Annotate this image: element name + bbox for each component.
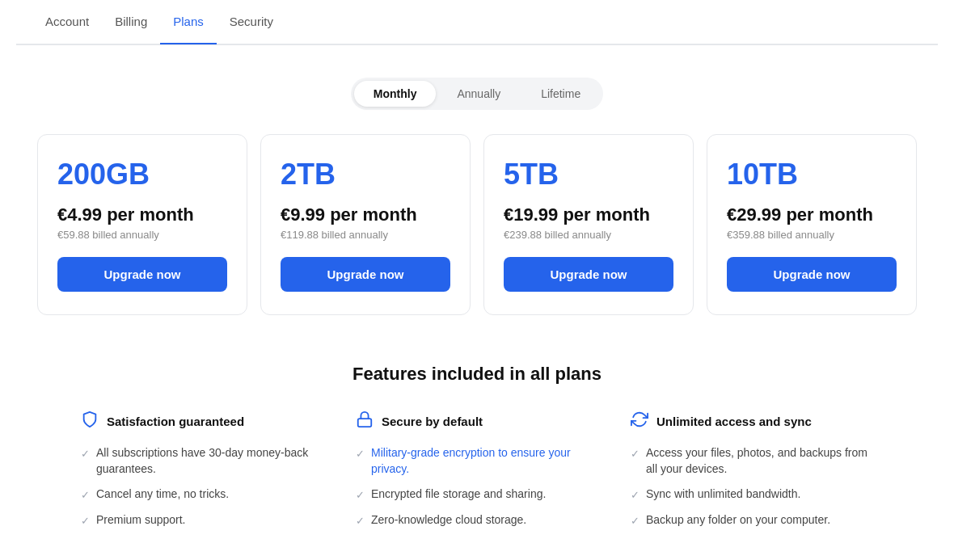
plan-2tb-size: 2TB — [281, 158, 450, 192]
feature-item: ✓ Backup any folder on your computer. — [631, 512, 873, 528]
plan-10tb-upgrade-btn[interactable]: Upgrade now — [727, 257, 897, 292]
feature-col-security: Secure by default ✓ Military-grade encry… — [356, 411, 598, 539]
sync-icon — [631, 411, 648, 432]
nav-plans[interactable]: Plans — [160, 0, 217, 44]
feature-security-header: Secure by default — [356, 411, 598, 432]
plan-200gb-price: €4.99 per month — [57, 204, 227, 225]
lock-icon — [356, 411, 374, 432]
plan-5tb: 5TB €19.99 per month €239.88 billed annu… — [483, 134, 694, 315]
feature-sync-list: ✓ Access your files, photos, and backups… — [631, 445, 873, 529]
feature-col-satisfaction: Satisfaction guaranteed ✓ All subscripti… — [81, 411, 323, 539]
plan-200gb-upgrade-btn[interactable]: Upgrade now — [57, 257, 227, 292]
feature-security-list: ✓ Military-grade encryption to ensure yo… — [356, 445, 598, 529]
check-icon: ✓ — [631, 488, 640, 503]
feature-item: ✓ Military-grade encryption to ensure yo… — [356, 445, 598, 477]
feature-security-title: Secure by default — [382, 415, 483, 428]
feature-satisfaction-title: Satisfaction guaranteed — [107, 415, 244, 428]
features-grid: Satisfaction guaranteed ✓ All subscripti… — [81, 411, 873, 539]
nav-account[interactable]: Account — [32, 0, 102, 44]
check-icon: ✓ — [631, 447, 640, 461]
svg-rect-0 — [358, 419, 372, 427]
feature-sync-title: Unlimited access and sync — [656, 415, 812, 428]
plan-2tb-price: €9.99 per month — [281, 204, 450, 225]
nav-billing[interactable]: Billing — [102, 0, 160, 44]
toggle-monthly[interactable]: Monthly — [354, 81, 437, 107]
plan-2tb: 2TB €9.99 per month €119.88 billed annua… — [260, 134, 471, 315]
nav-security[interactable]: Security — [217, 0, 286, 44]
check-icon: ✓ — [356, 514, 365, 528]
check-icon: ✓ — [81, 488, 90, 503]
shield-icon — [81, 411, 99, 432]
feature-col-sync: Unlimited access and sync ✓ Access your … — [631, 411, 873, 539]
plan-5tb-annual: €239.88 billed annually — [504, 229, 673, 241]
feature-item: ✓ Sync with unlimited bandwidth. — [631, 486, 873, 503]
plan-10tb: 10TB €29.99 per month €359.88 billed ann… — [707, 134, 917, 315]
billing-toggle-group: Monthly Annually Lifetime — [351, 78, 603, 110]
check-icon: ✓ — [631, 514, 640, 528]
plan-200gb-size: 200GB — [57, 158, 227, 192]
top-nav: Account Billing Plans Security — [16, 0, 938, 44]
plan-5tb-upgrade-btn[interactable]: Upgrade now — [504, 257, 673, 292]
feature-item: ✓ Cancel any time, no tricks. — [81, 486, 323, 503]
plan-200gb-annual: €59.88 billed annually — [57, 229, 227, 241]
feature-item: ✓ Premium support. — [81, 512, 323, 528]
feature-item: ✓ Encrypted file storage and sharing. — [356, 486, 598, 503]
pricing-cards: 200GB €4.99 per month €59.88 billed annu… — [16, 134, 938, 347]
feature-sync-header: Unlimited access and sync — [631, 411, 873, 432]
plan-2tb-annual: €119.88 billed annually — [281, 229, 450, 241]
check-icon: ✓ — [356, 447, 365, 461]
plan-10tb-price: €29.99 per month — [727, 204, 897, 225]
check-icon: ✓ — [356, 488, 365, 503]
toggle-lifetime[interactable]: Lifetime — [521, 81, 600, 107]
feature-satisfaction-list: ✓ All subscriptions have 30-day money-ba… — [81, 445, 323, 529]
toggle-annually[interactable]: Annually — [437, 81, 520, 107]
check-icon: ✓ — [81, 447, 90, 461]
feature-item: ✓ Zero-knowledge cloud storage. — [356, 512, 598, 528]
plan-10tb-size: 10TB — [727, 158, 897, 192]
check-icon: ✓ — [81, 514, 90, 528]
features-section: Features included in all plans Satisfact… — [16, 347, 938, 560]
features-title: Features included in all plans — [49, 364, 905, 385]
feature-item: ✓ All subscriptions have 30-day money-ba… — [81, 445, 323, 477]
feature-item: ✓ Access your files, photos, and backups… — [631, 445, 873, 477]
plan-2tb-upgrade-btn[interactable]: Upgrade now — [281, 257, 450, 292]
plan-200gb: 200GB €4.99 per month €59.88 billed annu… — [37, 134, 247, 315]
feature-satisfaction-header: Satisfaction guaranteed — [81, 411, 323, 432]
plan-5tb-price: €19.99 per month — [504, 204, 673, 225]
plan-5tb-size: 5TB — [504, 158, 673, 192]
billing-toggle-section: Monthly Annually Lifetime — [16, 45, 938, 134]
plan-10tb-annual: €359.88 billed annually — [727, 229, 897, 241]
